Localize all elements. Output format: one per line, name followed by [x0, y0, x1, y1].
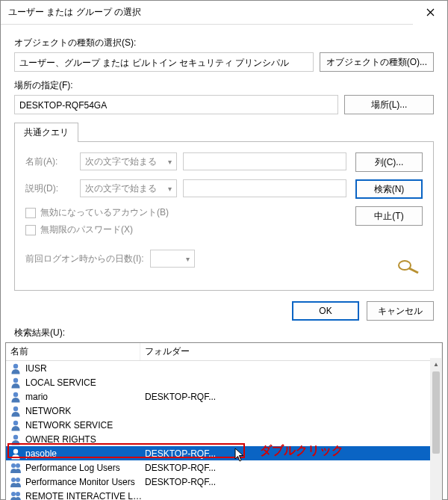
name-input[interactable] — [183, 152, 346, 170]
results-list: 名前 フォルダー IUSRLOCAL SERVICEmarioDESKTOP-R… — [5, 342, 443, 500]
list-item-name: Performance Monitor Users — [25, 477, 145, 487]
list-item[interactable]: marioDESKTOP-RQF... — [6, 389, 442, 404]
chevron-down-icon: ▾ — [168, 185, 172, 193]
window-title: ユーザー または グループ の選択 — [8, 6, 141, 19]
desc-input[interactable] — [183, 179, 346, 197]
object-types-label: オブジェクトの種類の選択(S): — [14, 37, 434, 49]
list-item[interactable]: REMOTE INTERACTIVE LOG... — [6, 489, 442, 500]
location-field[interactable]: DESKTOP-RQF54GA — [14, 95, 338, 114]
svg-point-8 — [11, 463, 16, 468]
list-item-folder: DESKTOP-RQF... — [145, 477, 439, 487]
svg-point-9 — [16, 463, 20, 468]
user-icon — [9, 433, 22, 445]
user-icon — [9, 405, 22, 417]
desc-label: 説明(D): — [25, 182, 74, 195]
results-col-name[interactable]: 名前 — [6, 343, 140, 360]
titlebar: ユーザー または グループ の選択 — [1, 1, 447, 25]
search-button[interactable]: 検索(N) — [355, 179, 423, 199]
list-item[interactable]: Performance Monitor UsersDESKTOP-RQF... — [6, 475, 442, 489]
svg-point-5 — [13, 420, 18, 425]
list-item-name: REMOTE INTERACTIVE LOG... — [25, 491, 145, 501]
chevron-down-icon: ▾ — [168, 158, 172, 166]
svg-point-1 — [13, 363, 18, 368]
search-icon — [396, 258, 423, 277]
list-item-name: NETWORK SERVICE — [25, 420, 145, 430]
svg-point-0 — [399, 261, 411, 270]
list-item-name: NETWORK — [25, 406, 145, 416]
results-label: 検索結果(U): — [1, 327, 447, 342]
list-item[interactable]: pasobleDESKTOP-RQF... — [6, 446, 442, 460]
list-item[interactable]: IUSR — [6, 361, 442, 375]
results-header: 名前 フォルダー — [6, 343, 442, 361]
nonexpiring-pw-label: 無期限のパスワード(X) — [40, 223, 133, 236]
user-icon — [9, 362, 22, 374]
ok-button[interactable]: OK — [292, 301, 359, 321]
close-button[interactable] — [413, 1, 447, 25]
user-icon — [9, 391, 22, 403]
object-types-field[interactable]: ユーザー、グループ または ビルトイン セキュリティ プリンシパル — [14, 52, 314, 72]
user-icon — [9, 377, 22, 389]
tab-common-query[interactable]: 共通クエリ — [14, 123, 78, 142]
list-item[interactable]: NETWORK — [6, 404, 442, 418]
nonexpiring-pw-checkbox[interactable] — [25, 225, 36, 235]
list-item[interactable]: LOCAL SERVICE — [6, 375, 442, 389]
svg-point-10 — [11, 478, 16, 482]
name-label: 名前(A): — [25, 155, 74, 168]
group-icon — [9, 462, 22, 474]
dialog-window: ユーザー または グループ の選択 オブジェクトの種類の選択(S): ユーザー、… — [0, 0, 448, 500]
stop-button[interactable]: 中止(T) — [355, 206, 423, 226]
list-item-name: mario — [25, 392, 145, 402]
scroll-up-button[interactable]: ▲ — [430, 358, 442, 370]
list-item-folder: DESKTOP-RQF... — [145, 392, 439, 402]
last-logon-combo[interactable]: ▾ — [150, 250, 195, 268]
query-tabs: 共通クエリ 名前(A): 次の文字で始まる ▾ 説明(D): — [14, 122, 434, 291]
results-col-folder[interactable]: フォルダー — [140, 343, 442, 360]
group-icon — [9, 490, 22, 501]
list-item-folder: DESKTOP-RQF... — [145, 463, 439, 473]
svg-point-4 — [13, 406, 18, 410]
user-icon — [9, 448, 22, 460]
user-icon — [9, 419, 22, 431]
list-item-name: IUSR — [25, 363, 145, 374]
location-label: 場所の指定(F): — [14, 79, 434, 92]
svg-point-6 — [13, 434, 18, 439]
location-button[interactable]: 場所(L)... — [344, 95, 434, 114]
cancel-button[interactable]: キャンセル — [367, 301, 434, 321]
chevron-down-icon: ▾ — [186, 255, 190, 263]
svg-point-3 — [13, 392, 18, 396]
list-item-name: pasoble — [25, 448, 145, 459]
list-item-name: LOCAL SERVICE — [25, 377, 145, 388]
results-scrollbar[interactable]: ▲ ▼ — [430, 358, 442, 500]
svg-point-2 — [13, 377, 18, 382]
dialog-body: オブジェクトの種類の選択(S): ユーザー、グループ または ビルトイン セキュ… — [1, 25, 447, 291]
group-icon — [9, 476, 22, 488]
scroll-thumb[interactable] — [432, 371, 440, 454]
list-item[interactable]: Performance Log UsersDESKTOP-RQF... — [6, 460, 442, 475]
svg-point-13 — [16, 492, 20, 496]
last-logon-label: 前回ログオン時からの日数(I): — [25, 253, 144, 265]
close-icon — [426, 8, 435, 16]
object-types-button[interactable]: オブジェクトの種類(O)... — [320, 52, 434, 72]
disabled-accounts-checkbox[interactable] — [25, 208, 36, 218]
list-item-name: OWNER RIGHTS — [25, 434, 145, 445]
disabled-accounts-label: 無効になっているアカウント(B) — [40, 206, 169, 219]
svg-point-7 — [13, 448, 18, 453]
name-mode-combo[interactable]: 次の文字で始まる ▾ — [80, 152, 177, 170]
tab-panel-common-query: 名前(A): 次の文字で始まる ▾ 説明(D): 次の文字で始まる ▾ — [14, 141, 434, 291]
desc-mode-combo[interactable]: 次の文字で始まる ▾ — [80, 179, 177, 197]
annotation-text: ダブルクリック — [260, 443, 343, 459]
svg-point-12 — [11, 492, 16, 496]
columns-button[interactable]: 列(C)... — [355, 152, 423, 172]
list-item-name: Performance Log Users — [25, 463, 145, 473]
list-item[interactable]: OWNER RIGHTS — [6, 432, 442, 446]
svg-point-11 — [16, 478, 20, 482]
list-item[interactable]: NETWORK SERVICE — [6, 418, 442, 432]
